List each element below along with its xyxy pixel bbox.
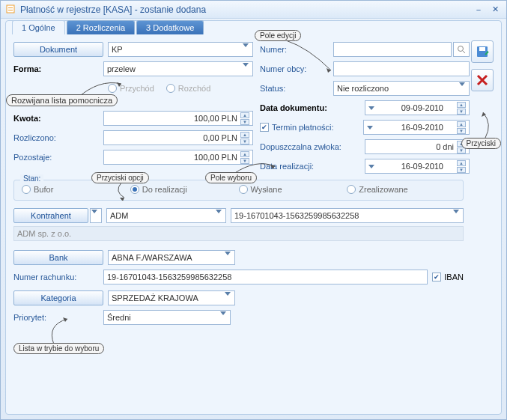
spin-up[interactable]: ▲ <box>240 132 249 138</box>
dorealizacji-radio[interactable]: Do realizacji <box>130 185 227 194</box>
svg-rect-4 <box>479 47 485 51</box>
kontrahent-button[interactable]: Kontrahent <box>13 208 88 223</box>
pozostaje-label: Pozostaje: <box>13 153 103 162</box>
kontrahent-name: ADM sp. z o.o. <box>13 226 464 241</box>
kwota-label: Kwota: <box>13 114 103 123</box>
zwloka-label: Dopuszczalna zwłoka: <box>260 142 365 151</box>
termin-label: Termin płatności: <box>272 123 363 132</box>
rozliczono-input[interactable]: 0,00 PLN ▲▼ <box>103 130 253 145</box>
minimize-button[interactable]: − <box>472 4 485 16</box>
kontrahent-code-combo[interactable]: ADM <box>106 208 226 223</box>
annot-pole-edycji: Pole edycji <box>255 30 301 41</box>
spin-up[interactable]: ▲ <box>457 102 466 108</box>
kategoria-combo[interactable]: SPRZEDAŻ KRAJOWA <box>108 290 235 305</box>
rozliczono-label: Rozliczono: <box>13 133 103 142</box>
numer-input[interactable] <box>333 42 452 57</box>
chevron-down-icon <box>451 210 461 213</box>
spin-down[interactable]: ▼ <box>457 109 466 115</box>
rachunek-label: Numer rachunku: <box>13 273 103 281</box>
dokument-combo[interactable]: KP <box>108 42 253 57</box>
annot-przyciski: Przyciski <box>461 138 501 149</box>
annot-pole-wyboru: Pole wyboru <box>205 172 257 183</box>
spin-down[interactable]: ▼ <box>457 167 466 173</box>
priorytet-combo[interactable]: Średni <box>103 310 231 325</box>
annot-rozwijana: Rozwijana lista pomocnicza <box>6 94 118 106</box>
numer-label: Numer: <box>260 45 333 54</box>
spin-up[interactable]: ▲ <box>457 121 466 127</box>
rachunek-input[interactable]: 19-16701043-1563259985632258 <box>103 270 428 284</box>
priorytet-label: Priorytet: <box>13 313 103 322</box>
chevron-down-icon <box>368 165 374 168</box>
zrealizowane-radio[interactable]: Zrealizowane <box>347 185 443 194</box>
kontrahent-acct-combo[interactable]: 19-16701043-1563259985632258 <box>231 208 464 223</box>
spin-down[interactable]: ▼ <box>457 128 466 134</box>
kontrahent-type-combo[interactable] <box>90 208 102 223</box>
spin-down[interactable]: ▼ <box>240 119 249 125</box>
stan-title: Stan: <box>20 174 43 183</box>
content-panel: 1 Ogólne 2 Rozliczenia 3 Dodatkowe Pole … <box>5 20 502 415</box>
spin-up[interactable]: ▲ <box>240 151 249 157</box>
forma-value: przelew <box>107 64 136 73</box>
chevron-down-icon <box>218 311 228 315</box>
chevron-down-icon <box>89 210 100 213</box>
numerobcy-input[interactable] <box>333 61 470 76</box>
svg-line-6 <box>463 51 465 53</box>
chevron-down-icon <box>222 292 233 296</box>
annot-lista-wyboru: Lista w trybie do wyboru <box>13 343 104 354</box>
annot-przyciski-opcji: Przyciski opcji <box>91 172 149 183</box>
chevron-down-icon <box>240 43 251 47</box>
status-combo[interactable]: Nie rozliczono <box>333 81 470 96</box>
forma-label: Forma: <box>13 64 103 73</box>
spin-up[interactable]: ▲ <box>457 160 466 166</box>
titlebar: Płatność w rejestrze [KASA] - zostanie d… <box>1 1 506 19</box>
chevron-down-icon <box>213 210 224 213</box>
kategoria-button[interactable]: Kategoria <box>13 290 103 305</box>
dokument-value: KP <box>112 45 123 54</box>
dokument-button[interactable]: Dokument <box>13 42 103 57</box>
tab-dodatkowe[interactable]: 3 Dodatkowe <box>136 20 204 34</box>
zwloka-input[interactable]: 0 dni ▲▼ <box>365 139 470 154</box>
svg-point-5 <box>458 46 464 52</box>
pozostaje-input[interactable]: 100,00 PLN ▲▼ <box>103 150 253 165</box>
cancel-button[interactable] <box>471 69 494 91</box>
window-title: Płatność w rejestrze [KASA] - zostanie d… <box>20 4 469 15</box>
search-icon <box>457 45 466 54</box>
datadok-input[interactable]: 09-09-2010 ▲▼ <box>365 100 470 115</box>
chevron-down-icon <box>367 126 373 130</box>
svg-rect-0 <box>7 5 14 13</box>
chevron-down-icon <box>222 252 233 255</box>
iban-label: IBAN <box>444 273 464 281</box>
chevron-down-icon <box>368 106 374 110</box>
iban-checkbox[interactable]: ✔ <box>432 273 441 281</box>
termin-input[interactable]: 16-09-2010 ▲▼ <box>363 120 470 135</box>
status-label: Status: <box>260 84 333 93</box>
app-window: Płatność w rejestrze [KASA] - zostanie d… <box>0 0 507 420</box>
chevron-down-icon <box>457 82 467 86</box>
lookup-button[interactable] <box>453 42 470 57</box>
datadok-label: Data dokumentu: <box>260 103 365 112</box>
termin-checkbox[interactable]: ✔ <box>260 123 269 132</box>
forma-combo[interactable]: przelew <box>103 61 253 76</box>
przychod-radio[interactable]: Przychód <box>108 84 154 93</box>
numerobcy-label: Numer obcy: <box>260 64 333 73</box>
save-button[interactable] <box>471 40 494 63</box>
spin-up[interactable]: ▲ <box>240 112 249 118</box>
tab-ogolne[interactable]: 1 Ogólne <box>12 20 65 34</box>
close-button[interactable]: ✕ <box>488 4 502 16</box>
bank-combo[interactable]: ABNA F./WARSZAWA <box>108 250 235 265</box>
svg-rect-2 <box>8 10 13 10</box>
tab-rozliczenia[interactable]: 2 Rozliczenia <box>67 20 135 34</box>
datareal-input[interactable]: 16-09-2010 ▲▼ <box>365 159 470 174</box>
spin-down[interactable]: ▼ <box>240 139 249 144</box>
spin-down[interactable]: ▼ <box>240 158 249 164</box>
svg-rect-1 <box>8 7 13 8</box>
chevron-down-icon <box>240 63 251 67</box>
bufor-radio[interactable]: Bufor <box>22 185 118 194</box>
kwota-input[interactable]: 100,00 PLN ▲▼ <box>103 111 253 126</box>
window-icon <box>5 4 16 16</box>
rozchod-radio[interactable]: Rozchód <box>166 84 210 93</box>
bank-button[interactable]: Bank <box>13 250 103 265</box>
datareal-label: Data realizacji: <box>260 162 365 171</box>
wyslane-radio[interactable]: Wysłane <box>239 185 336 194</box>
